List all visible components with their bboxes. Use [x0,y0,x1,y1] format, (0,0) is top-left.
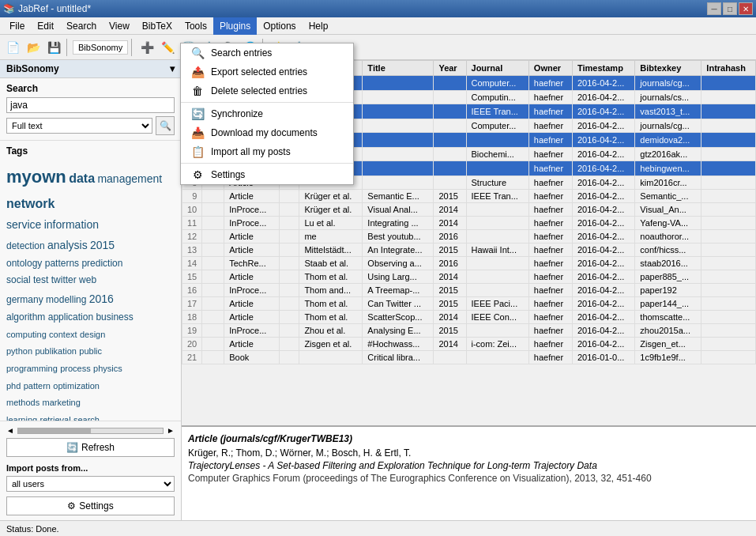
sync-icon: 🔄 [190,108,205,120]
menu-settings-icon: ⚙ [190,168,205,181]
export-entries-icon: 📤 [190,66,205,78]
menu-item-import-posts[interactable]: 📋 Import all my posts [181,142,353,161]
menu-sep-2 [181,163,353,164]
menu-sep-1 [181,102,353,103]
dropdown-overlay[interactable]: 🌐 BibSonomy Manage plugins 🔍 Search entr… [0,0,756,536]
delete-entries-icon: 🗑 [190,85,205,97]
menu-item-download[interactable]: 📥 Download my documents [181,123,353,142]
menu-item-settings[interactable]: ⚙ Settings [181,165,353,184]
menu-item-delete-entries[interactable]: 🗑 Delete selected entries [181,81,353,100]
search-entries-icon: 🔍 [190,47,205,59]
menu-item-export-entries[interactable]: 📤 Export selected entries [181,62,353,81]
download-icon: 📥 [190,126,205,139]
bibsonomy-menu: 🔍 Search entries 📤 Export selected entri… [180,43,354,185]
menu-item-search-entries[interactable]: 🔍 Search entries [181,43,353,62]
menu-item-synchronize[interactable]: 🔄 Synchronize [181,104,353,123]
import-posts-icon: 📋 [190,145,205,158]
